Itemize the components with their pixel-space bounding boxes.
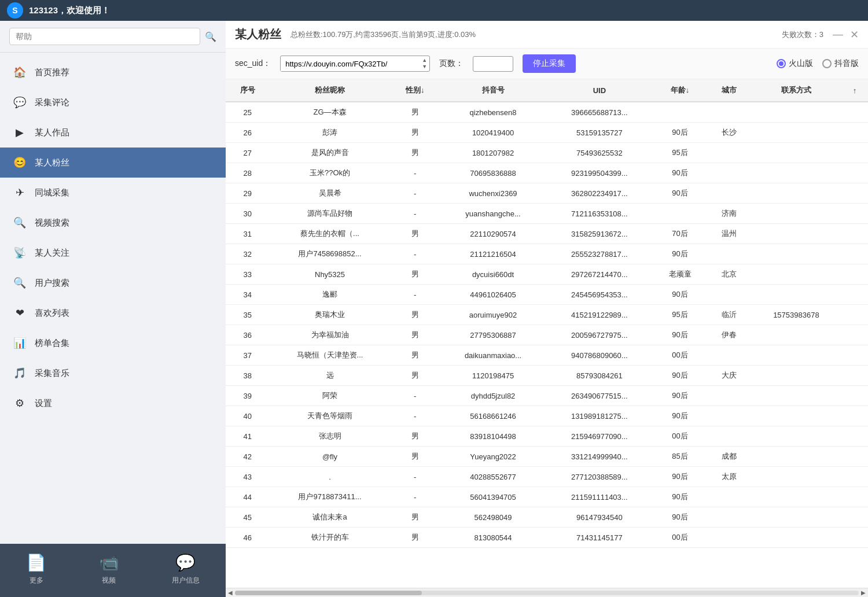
table-cell: 40288552677: [440, 467, 546, 487]
nav-icon-music: 🎵: [12, 365, 28, 381]
table-cell: [751, 244, 841, 264]
window-controls: — ✕: [833, 28, 859, 41]
table-cell: .: [269, 467, 390, 487]
table-row: 31蔡先生的衣帽（...男22110290574315825913672...7…: [226, 224, 868, 244]
table-cell: [751, 163, 841, 183]
sidebar-item-likes[interactable]: ❤ 喜欢列表: [0, 298, 226, 328]
table-cell: 00后: [653, 426, 708, 447]
nav-label-charts: 榜单合集: [35, 338, 69, 349]
table-cell: [751, 204, 841, 224]
table-row: 41张志明男83918104498215946977090...00后: [226, 426, 868, 447]
sec-uid-input[interactable]: [281, 57, 420, 71]
table-cell: 90后: [653, 487, 708, 507]
sidebar-item-video-search[interactable]: 🔍 视频搜索: [0, 208, 226, 238]
nav-label-following: 某人关注: [35, 248, 69, 259]
app-logo: S: [7, 2, 23, 19]
page-input[interactable]: [473, 56, 513, 72]
table-cell: 15753983678: [751, 305, 841, 325]
table-cell: 蔡先生的衣帽（...: [269, 224, 390, 244]
table-cell: [841, 467, 868, 487]
table-row: 25ZG—本森男qizhebensen8396665688713...: [226, 102, 868, 123]
bottom-item-video[interactable]: 📹 视频: [99, 553, 119, 585]
sidebar-item-music[interactable]: 🎵 采集音乐: [0, 358, 226, 388]
table-cell: 56041394705: [440, 487, 546, 507]
table-cell: 75493625532: [546, 143, 652, 163]
bottom-icon-video: 📹: [99, 553, 119, 572]
table-cell: 大庆: [708, 366, 751, 386]
nav-label-music: 采集音乐: [35, 368, 69, 379]
table-cell: 男: [391, 224, 440, 244]
table-cell: 131989181275...: [546, 406, 652, 426]
table-cell: [751, 366, 841, 386]
table-cell: 27795306887: [440, 325, 546, 345]
table-cell: 男: [391, 143, 440, 163]
table-cell: [751, 143, 841, 163]
table-cell: 1801207982: [440, 143, 546, 163]
table-cell: 297267214470...: [546, 264, 652, 285]
sidebar-item-fans[interactable]: 😊 某人粉丝: [0, 148, 226, 178]
table-cell: [708, 386, 751, 406]
sec-uid-arrows[interactable]: ▲ ▼: [420, 56, 429, 71]
horizontal-scrollbar[interactable]: ◀ ▶: [226, 588, 868, 597]
radio-huoshan[interactable]: 火山版: [777, 58, 813, 69]
table-cell: 38: [226, 366, 269, 386]
table-cell: [841, 528, 868, 548]
table-cell: [708, 244, 751, 264]
table-cell: 33: [226, 264, 269, 285]
stop-collect-button[interactable]: 停止采集: [523, 54, 576, 73]
sidebar-item-works[interactable]: ▶ 某人作品: [0, 117, 226, 148]
sidebar-bottom: 📄 更多 📹 视频 💬 用户信息: [0, 544, 226, 597]
sidebar-item-home[interactable]: 🏠 首页推荐: [0, 57, 226, 87]
table-cell: 29: [226, 183, 269, 204]
table-cell: [841, 507, 868, 528]
search-input[interactable]: [9, 28, 200, 45]
nav-list: 🏠 首页推荐 💬 采集评论 ▶ 某人作品 😊 某人粉丝 ✈ 同城采集 🔍 视频搜…: [0, 53, 226, 544]
table-cell: [708, 163, 751, 183]
table-cell: [841, 224, 868, 244]
table-cell: 415219122989...: [546, 305, 652, 325]
table-cell: [708, 528, 751, 548]
sidebar-item-user-search[interactable]: 🔍 用户搜索: [0, 268, 226, 298]
table-cell: 263490677515...: [546, 386, 652, 406]
table-cell: 90后: [653, 123, 708, 143]
nav-icon-settings: ⚙: [12, 395, 28, 411]
bottom-item-user-info[interactable]: 💬 用户信息: [172, 553, 200, 585]
table-cell: [841, 487, 868, 507]
table-cell: 940786809060...: [546, 345, 652, 366]
top-bar: S 123123，欢迎使用！: [0, 0, 868, 21]
table-cell: [751, 183, 841, 204]
nav-label-works: 某人作品: [35, 127, 69, 138]
sidebar-item-following[interactable]: 📡 某人关注: [0, 238, 226, 268]
minimize-button[interactable]: —: [833, 28, 843, 41]
table-cell: 31: [226, 224, 269, 244]
panel-fail-count: 3: [819, 30, 823, 39]
table-row: 32用户7458698852...-2112121650425552327881…: [226, 244, 868, 264]
search-icon[interactable]: 🔍: [205, 31, 216, 42]
sidebar-item-comments[interactable]: 💬 采集评论: [0, 87, 226, 117]
nav-label-video-search: 视频搜索: [35, 218, 69, 229]
nav-label-user-search: 用户搜索: [35, 278, 69, 289]
nav-icon-likes: ❤: [12, 305, 28, 321]
radio-douyin[interactable]: 抖音版: [822, 58, 859, 69]
table-cell: [841, 102, 868, 123]
scroll-track[interactable]: [235, 591, 859, 595]
table-cell: -: [391, 285, 440, 305]
col-header: UID: [546, 79, 652, 102]
table-row: 35奥瑞木业男aoruimuye902415219122989...95后临沂1…: [226, 305, 868, 325]
bottom-item-more[interactable]: 📄 更多: [26, 553, 46, 585]
table-cell: [751, 447, 841, 467]
table-cell: 张志明: [269, 426, 390, 447]
table-cell: 96147934540: [546, 507, 652, 528]
table-cell: 00后: [653, 528, 708, 548]
sidebar-item-settings[interactable]: ⚙ 设置: [0, 388, 226, 418]
sidebar-item-charts[interactable]: 📊 榜单合集: [0, 328, 226, 358]
bottom-label-more: 更多: [30, 576, 43, 585]
table-cell: 太原: [708, 467, 751, 487]
scroll-right-arrow[interactable]: ▶: [861, 589, 866, 596]
table-cell: 天青色等烟雨: [269, 406, 390, 426]
table-cell: 男: [391, 305, 440, 325]
table-cell: 长沙: [708, 123, 751, 143]
close-button[interactable]: ✕: [850, 28, 859, 41]
scroll-left-arrow[interactable]: ◀: [228, 589, 233, 596]
sidebar-item-nearby[interactable]: ✈ 同城采集: [0, 178, 226, 208]
